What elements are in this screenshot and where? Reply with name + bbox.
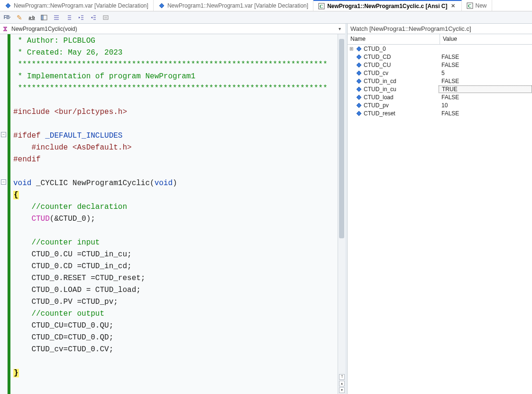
code-line: * Author: PLCBLOG [13, 35, 345, 47]
scrollbar-track[interactable] [338, 34, 345, 373]
code-line: CTUD(&CTUD_0); [13, 213, 345, 225]
variable-icon [355, 62, 363, 68]
variable-icon [355, 103, 363, 108]
code-line: //counter declaration [13, 201, 345, 213]
toggle-panel-button[interactable] [39, 13, 49, 22]
scroll-up-button[interactable]: ▴ [339, 381, 345, 386]
variable-icon [355, 46, 363, 52]
code-line: //counter output [13, 308, 345, 320]
watch-row[interactable]: CTUD_resetFALSE [348, 109, 532, 117]
code-line: CTUD_0.CU =CTUD_in_cu; [13, 249, 345, 261]
c-file-icon: C [467, 2, 473, 9]
code-line [13, 118, 345, 130]
watch-var-name: CTUD_CD [363, 54, 439, 60]
code-line: CTUD_0.PV =CTUD_pv; [13, 296, 345, 308]
main-split: NewProgram1Cyclic(void) ▾ −− * Author: P… [0, 24, 532, 394]
ab-box-button[interactable]: a·b [27, 13, 37, 22]
variable-file-icon [5, 2, 11, 9]
comment-icon [102, 14, 109, 21]
svg-text:C: C [468, 3, 471, 9]
watch-var-value[interactable]: FALSE [439, 94, 532, 101]
increase-indent-icon [90, 14, 97, 21]
watch-var-value[interactable]: TRUE [439, 85, 532, 93]
watch-row[interactable]: CTUD_pv10 [348, 101, 532, 109]
fold-toggle[interactable]: − [1, 179, 6, 185]
fold-gutter: −− [0, 34, 8, 394]
variable-icon [355, 86, 363, 92]
outdent-lines-button[interactable] [51, 13, 62, 22]
watch-title: Watch [NewProgra1::NewProgram1Cyclic.c] [348, 24, 532, 34]
watch-var-value[interactable]: FALSE [439, 54, 532, 60]
indent-lines-button[interactable] [64, 13, 74, 22]
watch-var-name: CTUD_pv [363, 102, 439, 109]
watch-var-value[interactable]: 10 [439, 102, 532, 109]
watch-row[interactable]: CTUD_cv5 [348, 69, 532, 77]
watch-row[interactable]: CTUD_in_cdFALSE [348, 77, 532, 85]
code-line: CTUD_cv=CTUD_0.CV; [13, 344, 345, 356]
increase-indent-button[interactable] [88, 13, 99, 22]
fold-toggle[interactable]: − [1, 132, 6, 137]
code-line: * Created: May 26, 2023 [13, 47, 345, 59]
expand-toggle-icon[interactable]: ⊞ [348, 46, 355, 51]
tab-label: New [476, 2, 487, 9]
watch-col-value[interactable]: Value [440, 34, 532, 44]
watch-var-value[interactable]: FALSE [439, 110, 532, 117]
tab-label: NewProgram::NewProgram.var [Variable Dec… [14, 2, 148, 9]
fb-button[interactable]: FB· [2, 13, 12, 22]
code-surface[interactable]: * Author: PLCBLOG * Created: May 26, 202… [10, 34, 345, 394]
watch-var-value[interactable]: 5 [439, 70, 532, 76]
pencil-icon: ✎ [17, 14, 22, 21]
code-line: void _CYCLIC NewProgram1Cyclic(void) [13, 178, 345, 189]
code-line: //counter input [13, 237, 345, 249]
scrollbar-thumb[interactable] [339, 39, 344, 238]
watch-var-value[interactable]: FALSE [439, 78, 532, 84]
edit-pencil-button[interactable]: ✎ [14, 13, 25, 22]
tab-label: NewProgra1::NewProgram1Cyclic.c [Ansi C] [327, 3, 447, 9]
variable-icon [355, 111, 363, 116]
watch-col-name[interactable]: Name [348, 34, 440, 44]
watch-row[interactable]: CTUD_CUFALSE [348, 61, 532, 69]
code-line [13, 225, 345, 237]
watch-row[interactable]: CTUD_loadFALSE [348, 93, 532, 101]
function-dropdown-chevron-icon[interactable]: ▾ [336, 26, 343, 31]
comment-block-button[interactable] [101, 13, 111, 22]
c-file-icon: C [318, 3, 325, 9]
code-line: #include <AsDefault.h> [13, 142, 345, 154]
watch-row[interactable]: CTUD_in_cuTRUE [348, 85, 532, 93]
editor-pane: NewProgram1Cyclic(void) ▾ −− * Author: P… [0, 24, 347, 394]
indent-icon [65, 14, 72, 21]
panel-toggle-icon [41, 14, 47, 21]
editor-scrollbar[interactable]: ⤒ ▴ ▾ [338, 34, 345, 394]
code-line: ****************************************… [13, 59, 345, 71]
decrease-indent-button[interactable] [76, 13, 86, 22]
editor-toolbar: FB· ✎ a·b [0, 11, 532, 24]
code-line: * Implementation of program NewProgram1 [13, 71, 345, 83]
variable-icon [355, 70, 363, 76]
watch-var-name: CTUD_0 [363, 46, 439, 52]
current-function-name[interactable]: NewProgram1Cyclic(void) [10, 25, 334, 33]
code-line: { [13, 189, 345, 201]
tab-2[interactable]: CNewProgra1::NewProgram1Cyclic.c [Ansi C… [313, 0, 461, 11]
scroll-to-top-button[interactable]: ⤒ [339, 374, 345, 380]
watch-pane: Watch [NewProgra1::NewProgram1Cyclic.c] … [347, 24, 532, 394]
close-icon[interactable]: ✕ [450, 3, 457, 9]
watch-var-name: CTUD_reset [363, 110, 439, 117]
code-line: CTUD_CU=CTUD_0.QU; [13, 320, 345, 332]
code-line: } [13, 367, 345, 379]
watch-row[interactable]: ⊞CTUD_0 [348, 45, 532, 53]
code-line [13, 356, 345, 367]
tab-1[interactable]: NewProgram1::NewProgram1.var [Variable D… [154, 0, 313, 11]
decrease-indent-icon [78, 14, 84, 21]
scroll-down-button[interactable]: ▾ [339, 387, 345, 393]
tab-label: NewProgram1::NewProgram1.var [Variable D… [167, 2, 308, 9]
watch-row[interactable]: CTUD_CDFALSE [348, 53, 532, 61]
watch-var-name: CTUD_cv [363, 70, 439, 76]
watch-var-name: CTUD_CU [363, 62, 439, 68]
tab-3[interactable]: CNew [462, 0, 492, 11]
outdent-icon [53, 14, 60, 21]
function-icon [2, 26, 9, 32]
watch-list: ⊞CTUD_0CTUD_CDFALSECTUD_CUFALSECTUD_cv5C… [348, 45, 532, 394]
tab-0[interactable]: NewProgram::NewProgram.var [Variable Dec… [0, 0, 154, 11]
watch-var-value[interactable]: FALSE [439, 62, 532, 68]
svg-text:C: C [320, 4, 323, 9]
